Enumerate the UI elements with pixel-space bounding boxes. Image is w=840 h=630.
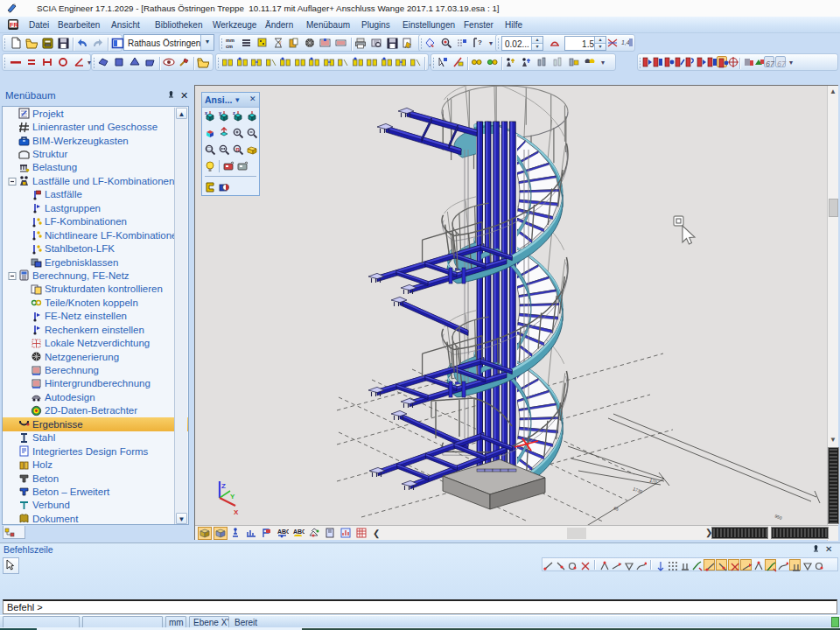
svg-text:R: R	[235, 146, 240, 151]
svg-text:950: 950	[774, 513, 783, 521]
svg-text:X: X	[234, 508, 239, 516]
svg-text:FR: FR	[10, 21, 19, 29]
svg-text:mm: mm	[226, 38, 234, 43]
svg-text:z: z	[233, 110, 235, 116]
svg-text:ABC: ABC	[277, 528, 289, 535]
svg-text:Y: Y	[230, 493, 235, 500]
svg-text:ABC: ABC	[293, 528, 304, 535]
svg-text:1730: 1730	[633, 486, 644, 494]
svg-text:67: 67	[766, 60, 775, 68]
svg-text:65: 65	[613, 505, 620, 512]
svg-text:y: y	[279, 39, 282, 45]
svg-text:Z: Z	[221, 482, 226, 490]
svg-text:?: ?	[478, 38, 482, 46]
svg-text:cm: cm	[226, 44, 233, 49]
svg-text:67: 67	[777, 60, 787, 68]
svg-text:1,4: 1,4	[621, 39, 630, 46]
